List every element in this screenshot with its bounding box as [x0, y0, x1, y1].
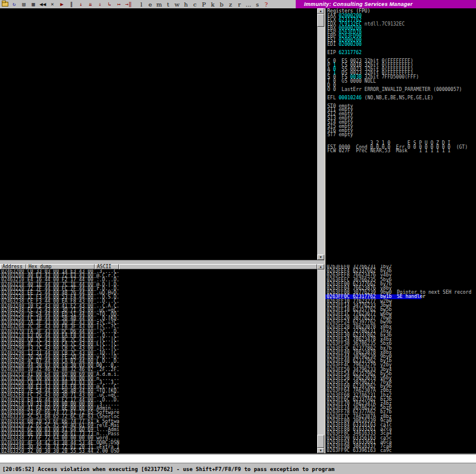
dump-vertical-scrollbar[interactable]: ▲ ▼ — [317, 264, 324, 453]
stack-annotation — [397, 337, 476, 341]
brand-title: Immunity: Consulting Services Manager — [296, 1, 413, 7]
stack-value: 63396163 — [353, 448, 380, 453]
open-folder-icon — [2, 2, 8, 7]
stack-annotation — [397, 440, 476, 444]
register-text: EDI — [327, 42, 339, 47]
stack-annotation — [397, 299, 476, 303]
references-button[interactable]: r — [235, 1, 244, 8]
stack-row[interactable]: 0263FF9C63396163ca9c — [325, 448, 476, 453]
threads-button[interactable]: t — [164, 1, 173, 8]
register-line: FCW 027F Prec NEAR,53 Mask 1 1 1 1 1 1 — [325, 149, 476, 153]
breakpoints-button[interactable]: b — [217, 1, 226, 8]
animate-into-icon[interactable]: ⇓ — [95, 1, 105, 8]
run-trace-button[interactable]: ... — [244, 1, 253, 8]
cpu-button[interactable]: c — [190, 1, 199, 8]
stack-pane[interactable]: 0263FEF0327662311bv20263FEF462337662bv3b… — [324, 265, 476, 453]
pause-icon[interactable]: ∥ — [67, 1, 76, 8]
stack-annotation — [397, 333, 476, 337]
stack-annotation — [397, 363, 476, 367]
stack-annotation — [397, 278, 476, 282]
dump-header-address[interactable]: Address — [0, 264, 26, 269]
patches-button[interactable]: P — [199, 1, 208, 8]
call-stack-button[interactable]: k — [208, 1, 217, 8]
register-text: FCW 027F Prec NEAR,53 Mask 1 1 1 1 1 1 — [327, 148, 450, 153]
cpu-scrollbar-thumb[interactable] — [317, 14, 324, 27]
stack-annotation — [397, 316, 476, 320]
stack-address: 0263FF9C — [325, 448, 353, 453]
dump-ascii: 2.00 USD — [96, 449, 132, 453]
stack-annotation — [397, 320, 476, 324]
command-strip[interactable] — [0, 453, 476, 463]
animate-over-icon[interactable]: ↳ — [105, 1, 114, 8]
stack-annotation — [397, 397, 476, 401]
open-file-icon[interactable] — [0, 1, 10, 8]
stack-annotation — [397, 372, 476, 376]
stack-annotation — [397, 303, 476, 307]
options-icon[interactable]: ▦ — [29, 1, 38, 8]
registers-pane[interactable]: Registers (FPU) EAX 02000200ECX 62317762… — [324, 8, 476, 265]
scroll-down-icon[interactable]: ▼ — [317, 255, 324, 260]
status-message: [20:05:52] Access violation when executi… — [0, 466, 334, 472]
register-text: EFL — [327, 95, 339, 101]
seh-chain-button[interactable]: z — [226, 1, 235, 8]
register-line: T 0 GS 0000 NULL — [325, 80, 476, 84]
scroll-up-icon[interactable]: ▲ — [317, 264, 324, 269]
stack-annotation — [397, 350, 476, 354]
brand-bar: Immunity: Consulting Services Manager — [296, 0, 476, 8]
run-icon[interactable]: ▶ — [57, 1, 67, 8]
stack-annotation — [397, 406, 476, 410]
stack-annotation — [397, 436, 476, 440]
stack-annotation — [397, 265, 476, 269]
register-text: 62317762 — [339, 50, 362, 55]
stack-annotation — [397, 410, 476, 414]
stack-annotation — [397, 273, 476, 277]
close-icon[interactable]: × — [48, 1, 57, 8]
step-over-icon[interactable]: ⇊ — [86, 1, 95, 8]
memory-button[interactable]: m — [155, 1, 164, 8]
immunity-debugger-window: ↻▤▦◀◀×▶∥↓⇊⇓↳↦→‖lemtwhcPkbzr...s? Immunit… — [0, 0, 476, 474]
stack-ascii: ca9c — [380, 448, 397, 453]
scroll-up-icon[interactable]: ▲ — [317, 8, 324, 14]
windows-icon[interactable]: ▤ — [19, 1, 29, 8]
stack-annotation — [397, 269, 476, 273]
stack-annotation — [397, 329, 476, 333]
register-line: O 0 LastErr ERROR_INVALID_PARAMETER (000… — [325, 88, 476, 92]
handles-button[interactable]: h — [181, 1, 190, 8]
stack-annotation — [397, 380, 476, 384]
source-button[interactable]: s — [253, 1, 262, 8]
restart-icon[interactable]: ↻ — [10, 1, 19, 8]
register-text: 00010246 — [339, 95, 362, 101]
dump-scrollbar-thumb[interactable] — [317, 435, 324, 448]
status-bar: [20:05:52] Access violation when executi… — [0, 463, 476, 474]
execute-till-return-icon[interactable]: ↦ — [114, 1, 124, 8]
cpu-vertical-scrollbar[interactable]: ▲ ▼ — [317, 8, 324, 260]
stack-annotation — [397, 384, 476, 388]
register-text: ntdll.7C9132EC — [362, 21, 405, 27]
cpu-disassembly-pane[interactable] — [0, 8, 317, 260]
stack-annotation — [397, 368, 476, 372]
step-into-icon[interactable]: ↓ — [76, 1, 86, 8]
stack-annotation — [397, 346, 476, 350]
register-text: ST7 empty — [327, 132, 353, 137]
dump-header-ascii[interactable]: ASCII — [95, 264, 119, 269]
stack-annotation — [397, 431, 476, 435]
log-window-button[interactable]: l — [137, 1, 146, 8]
memory-dump-pane[interactable]: 02463200C0 33 03 00 14 E3 43 00.3....C.0… — [0, 269, 317, 453]
dump-address: 02463350 — [0, 449, 27, 453]
register-text: (NO,NB,E,BE,NS,PE,GE,LE) — [362, 95, 433, 101]
dump-header-filler — [119, 264, 317, 269]
stack-annotation — [397, 415, 476, 419]
register-text: O 0 LastErr ERROR_INVALID_PARAMETER (000… — [327, 87, 462, 92]
dump-header-hex[interactable]: Hex dump — [26, 264, 95, 269]
windows-button[interactable]: w — [173, 1, 181, 8]
executables-button[interactable]: e — [146, 1, 155, 8]
stack-annotation — [397, 282, 476, 286]
stack-annotation — [397, 423, 476, 427]
stack-annotation — [397, 307, 476, 312]
dump-column-headers: Address Hex dump ASCII — [0, 264, 317, 269]
scroll-down-icon[interactable]: ▼ — [317, 448, 324, 453]
goto-icon[interactable]: →‖ — [124, 1, 133, 8]
step-back-icon[interactable]: ◀◀ — [38, 1, 48, 8]
dump-row[interactable]: 0246335032 00 30 30 20 55 53 442.00 USD — [0, 449, 317, 453]
help-button[interactable]: ? — [262, 1, 271, 8]
